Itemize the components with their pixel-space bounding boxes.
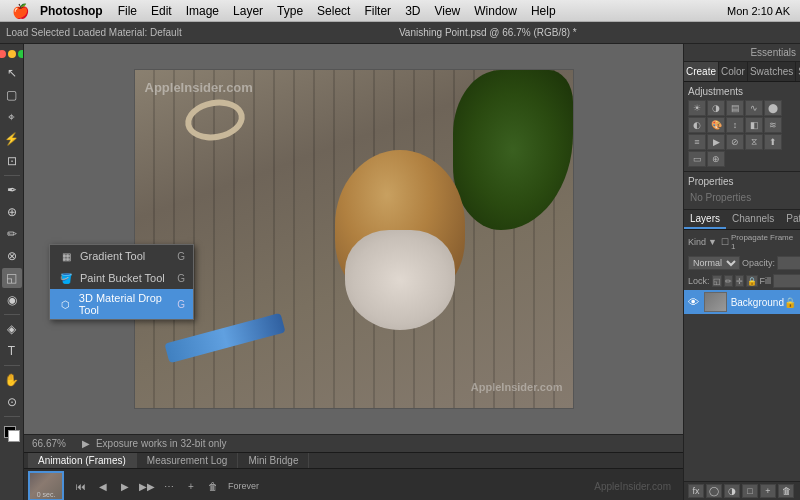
lock-pixels[interactable]: ✏ [724,275,733,287]
ctx-gradient-tool[interactable]: ▦ Gradient Tool G [50,245,193,267]
tool-move[interactable]: ↖ [2,63,22,83]
tool-gradient[interactable]: ◱ [2,268,22,288]
background-color[interactable] [8,430,20,442]
layers-section: Layers Channels Paths 3D Kind ▼ ☐ Propag… [684,210,800,500]
tab-paths[interactable]: Paths [780,210,800,229]
layer-mask-button[interactable]: ◯ [706,484,722,498]
adj-vibrance[interactable]: ◐ [688,117,706,133]
layer-add-button[interactable]: + [760,484,776,498]
tl-add-frame[interactable]: + [181,478,201,494]
adj-curves[interactable]: ∿ [745,100,763,116]
adj-channel-mixer[interactable]: ≡ [688,134,706,150]
adj-contrast[interactable]: ◑ [707,100,725,116]
tab-color[interactable]: Color [719,62,748,81]
tool-zoom[interactable]: ⊙ [2,392,22,412]
layer-eye-icon[interactable]: 👁 [688,296,701,308]
blend-mode-select[interactable]: Normal [688,256,740,270]
ctx-gradient-label: Gradient Tool [80,250,145,262]
fill-input[interactable] [773,274,800,288]
layer-fx-button[interactable]: fx [688,484,704,498]
layer-group-button[interactable]: □ [742,484,758,498]
tool-path[interactable]: ◈ [2,319,22,339]
tl-loop-select[interactable]: Forever [228,481,259,491]
layer-thumbnail [704,292,727,312]
canvas-container[interactable]: AppleInsider.com AppleInsider.com [24,44,683,434]
menu-edit[interactable]: Edit [144,4,179,18]
adj-hsl[interactable]: 🎨 [707,117,725,133]
dog-lower-decoration [345,230,455,330]
adj-selective-color[interactable]: ⊕ [707,151,725,167]
layers-controls: Kind ▼ ☐ Propagate Frame 1 [684,230,800,254]
tool-eyedropper[interactable]: ✒ [2,180,22,200]
adjustments-section: Adjustments ☀ ◑ ▤ ∿ ⬤ ◐ 🎨 ↕ ◧ ≋ ≡ ▶ ⊘ ⧖ … [684,82,800,172]
layer-delete-button[interactable]: 🗑 [778,484,794,498]
tl-first-frame[interactable]: ⏮ [71,478,91,494]
tab-channels[interactable]: Channels [726,210,780,229]
lock-label: Lock: [688,276,710,286]
adj-photo-filter[interactable]: ≋ [764,117,782,133]
ctx-paintbucket-tool[interactable]: 🪣 Paint Bucket Tool G [50,267,193,289]
menu-help[interactable]: Help [524,4,563,18]
tool-dodge[interactable]: ◉ [2,290,22,310]
tool-hand[interactable]: ✋ [2,370,22,390]
status-triangle: ▶ [82,438,90,449]
tl-prev-frame[interactable]: ◀ [93,478,113,494]
adj-posterize[interactable]: ⧖ [745,134,763,150]
kind-filter-icon: ▼ [708,237,717,247]
layer-adj-button[interactable]: ◑ [724,484,740,498]
tool-clone[interactable]: ⊗ [2,246,22,266]
adj-brightness[interactable]: ☀ [688,100,706,116]
tab-measurement-log[interactable]: Measurement Log [137,453,239,468]
adj-color-lookup[interactable]: ▶ [707,134,725,150]
3d-material-tool-icon: ⬡ [58,296,73,312]
tab-animation-frames[interactable]: Animation (Frames) [28,453,137,468]
adj-bw[interactable]: ◧ [745,117,763,133]
layer-background[interactable]: 👁 Background 🔒 [684,290,800,314]
menu-select[interactable]: Select [310,4,357,18]
menu-window[interactable]: Window [467,4,524,18]
tab-layers[interactable]: Layers [684,210,726,229]
apple-menu[interactable]: 🍎 [0,3,40,19]
tool-spot-heal[interactable]: ⊕ [2,202,22,222]
tool-wand[interactable]: ⚡ [2,129,22,149]
panel-tabs: Create Color Swatches Styles [684,62,800,82]
tool-type[interactable]: T [2,341,22,361]
close-button[interactable] [0,50,6,58]
tl-next-frame[interactable]: ▶▶ [137,478,157,494]
tab-swatches[interactable]: Swatches [748,62,796,81]
menu-3d[interactable]: 3D [398,4,427,18]
timeline-panel: Animation (Frames) Measurement Log Mini … [24,452,683,500]
menu-image[interactable]: Image [179,4,226,18]
minimize-button[interactable] [8,50,16,58]
adj-invert[interactable]: ⊘ [726,134,744,150]
lock-transparent[interactable]: ◱ [712,275,722,287]
adj-gradient-map[interactable]: ▭ [688,151,706,167]
adj-levels[interactable]: ▤ [726,100,744,116]
tab-mini-bridge[interactable]: Mini Bridge [238,453,309,468]
tool-lasso[interactable]: ⌖ [2,107,22,127]
ctx-3d-material-tool[interactable]: ⬡ 3D Material Drop Tool G [50,289,193,319]
menu-layer[interactable]: Layer [226,4,270,18]
menu-view[interactable]: View [427,4,467,18]
menu-filter[interactable]: Filter [357,4,398,18]
tl-delete-frame[interactable]: 🗑 [203,478,223,494]
frame-1[interactable]: 0 sec. [28,471,64,500]
tool-select-rect[interactable]: ▢ [2,85,22,105]
lock-position[interactable]: ✛ [735,275,744,287]
tab-create[interactable]: Create [684,62,719,81]
menu-type[interactable]: Type [270,4,310,18]
adj-exposure[interactable]: ⬤ [764,100,782,116]
adj-color-balance[interactable]: ↕ [726,117,744,133]
tool-crop[interactable]: ⊡ [2,151,22,171]
essentials-label: Essentials [684,44,800,62]
adj-threshold[interactable]: ⬆ [764,134,782,150]
opacity-input[interactable] [777,256,800,270]
tool-brush[interactable]: ✏ [2,224,22,244]
tl-tween[interactable]: ⋯ [159,478,179,494]
tab-styles[interactable]: Styles [796,62,800,81]
lock-all[interactable]: 🔒 [746,275,758,287]
tl-play[interactable]: ▶ [115,478,135,494]
menu-file[interactable]: File [111,4,144,18]
doc-title: Vanishing Point.psd @ 66.7% (RGB/8) * [399,27,577,38]
propagate-checkbox[interactable]: ☐ [721,237,729,247]
